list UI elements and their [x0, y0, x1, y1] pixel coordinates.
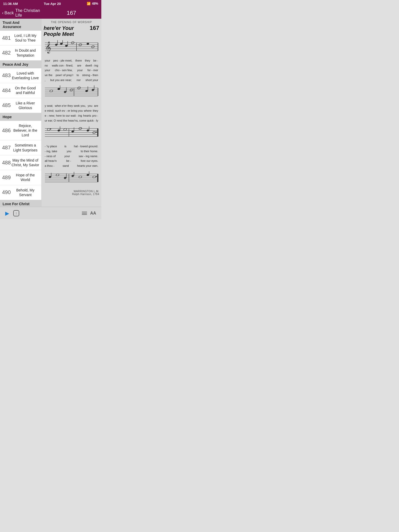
bottom-left: ▶ ↑ [5, 210, 19, 216]
hymn-name: Lord, I Lift My Soul to Thee [11, 33, 39, 43]
svg-point-72 [96, 176, 97, 177]
svg-point-26 [64, 91, 66, 93]
score-section-1: 𝄞 [44, 39, 99, 57]
main-content: Trust And Assurance481Lord, I Lift My So… [0, 19, 101, 207]
hymn-name: Rejoice, Believer, in the Lord [11, 123, 39, 138]
hymn-number: 489 [2, 175, 11, 181]
svg-text:𝄞: 𝄞 [45, 41, 51, 54]
text-size-button[interactable]: AA [90, 211, 96, 216]
hymn-item[interactable]: 484On the Good and Faithful [0, 83, 41, 98]
hymn-item[interactable]: 483Loved with Everlasting Love [0, 68, 41, 83]
section-header: Trust And Assurance [0, 19, 41, 31]
svg-point-66 [71, 175, 74, 177]
attribution: WARRINGTON L.M. [44, 190, 99, 193]
back-label[interactable]: Back [4, 11, 14, 15]
lyrics-block-1: yourpeo - ple meet,theretheybe - nowalls… [44, 58, 99, 84]
status-time: 11:36 AM [3, 2, 18, 6]
header-title: The Christian Life [15, 8, 42, 18]
svg-point-49 [87, 129, 89, 132]
play-button[interactable]: ▶ [5, 210, 9, 216]
bottom-bar: ▶ ↑ AA [0, 207, 101, 219]
hymn-number: 487 [2, 145, 11, 151]
hymn-list[interactable]: Trust And Assurance481Lord, I Lift My So… [0, 19, 42, 207]
menu-button[interactable] [82, 212, 87, 215]
hymn-item[interactable]: 481Lord, I Lift My Soul to Thee [0, 31, 41, 45]
score-section-4 [44, 170, 99, 188]
header-left: ‹ Back The Christian Life [0, 8, 42, 18]
hymn-item[interactable]: 482In Doubt and Temptation [0, 45, 41, 60]
lyrics-block-3: - 'ry placeishal - lowed ground. - ing, … [44, 143, 99, 170]
share-button[interactable]: ↑ [13, 210, 19, 216]
staff-2 [44, 84, 99, 101]
section-header: Peace And Joy [0, 61, 41, 68]
music-title: here'er Your People Meet [44, 25, 90, 37]
hymn-item[interactable]: 490Behold, My Servant [0, 185, 41, 200]
staff-3 [44, 124, 99, 141]
hymn-number: 488 [2, 160, 11, 166]
menu-line-3 [82, 214, 87, 215]
hymn-name: In Doubt and Temptation [11, 48, 39, 57]
bottom-right: AA [82, 211, 96, 216]
svg-point-52 [96, 131, 97, 132]
score-section-3 [44, 124, 99, 142]
staff-1: 𝄞 [44, 39, 99, 56]
hymn-number: 486 [2, 128, 11, 134]
lyrics-block-2: y seat;wher-e'er they seek you,youare e … [44, 103, 99, 124]
hymn-name: Behold, My Servant [11, 188, 39, 197]
hymn-name: Loved with Everlasting Love [11, 71, 39, 80]
staff-4 [44, 170, 99, 187]
hymn-number: 484 [2, 88, 11, 94]
score-section-2 [44, 84, 99, 102]
hymn-name: On the Good and Faithful [11, 86, 39, 95]
hymn-number: 482 [2, 50, 11, 56]
section-header: Love For Christ [0, 200, 41, 207]
hymn-item[interactable]: 485Like a River Glorious [0, 98, 41, 113]
hymn-name: Like a River Glorious [11, 101, 39, 110]
svg-point-42 [50, 129, 51, 130]
hymn-number: 481 [2, 35, 11, 41]
menu-line-1 [82, 212, 87, 212]
hymn-number: 485 [2, 102, 11, 108]
svg-point-64 [64, 177, 66, 179]
status-bar: 11:36 AM Tue Apr 20 📶 48% [0, 0, 101, 7]
wifi-icon: 📶 [87, 2, 91, 5]
svg-point-32 [91, 89, 94, 91]
section-header: Hope [0, 113, 41, 121]
svg-point-6 [55, 43, 58, 46]
hymn-item[interactable]: 489Hope of the World [0, 170, 41, 185]
hymn-name: Hope of the World [11, 173, 39, 182]
music-subtitle: THE OPENING OF WORSHIP [44, 21, 99, 24]
menu-line-2 [82, 213, 87, 214]
hymn-name: Sometimes a Light Surprises [11, 143, 39, 152]
hymn-item[interactable]: 487Sometimes a Light Surprises [0, 140, 41, 155]
hymn-number: 483 [2, 72, 11, 78]
composer: Ralph Harrison, 1784 [44, 193, 99, 196]
hymn-item[interactable]: 488May the Mind of Christ, My Savior [0, 155, 41, 170]
battery-text: 48% [92, 2, 98, 5]
status-indicators: 📶 48% [87, 2, 98, 5]
hymn-item[interactable]: 486Rejoice, Believer, in the Lord [0, 121, 41, 141]
chevron-left-icon: ‹ [2, 11, 3, 15]
status-date: Tue Apr 20 [44, 2, 61, 6]
svg-point-43 [57, 129, 60, 132]
music-page-number: 167 [90, 25, 99, 31]
back-button[interactable]: ‹ Back [2, 11, 14, 15]
page-number-header: 167 [42, 10, 101, 16]
share-icon: ↑ [15, 211, 17, 215]
hymn-number: 490 [2, 189, 11, 195]
music-footer: WARRINGTON L.M. Ralph Harrison, 1784 [44, 190, 99, 196]
music-panel[interactable]: THE OPENING OF WORSHIP here'er Your Peop… [42, 19, 101, 207]
header: ‹ Back The Christian Life 167 [0, 7, 101, 19]
hymn-name: May the Mind of Christ, My Savior [11, 158, 39, 167]
music-header-row: here'er Your People Meet 167 [44, 25, 99, 37]
